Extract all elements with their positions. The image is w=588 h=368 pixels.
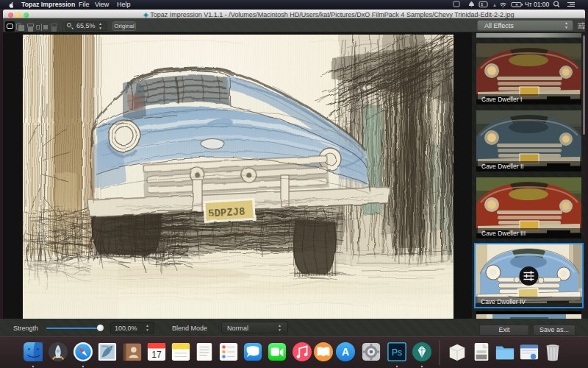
svg-text:A: A (342, 346, 349, 358)
svg-text:$: $ (481, 2, 484, 7)
svg-text:17: 17 (151, 350, 162, 360)
svg-text:Ps: Ps (392, 347, 402, 358)
